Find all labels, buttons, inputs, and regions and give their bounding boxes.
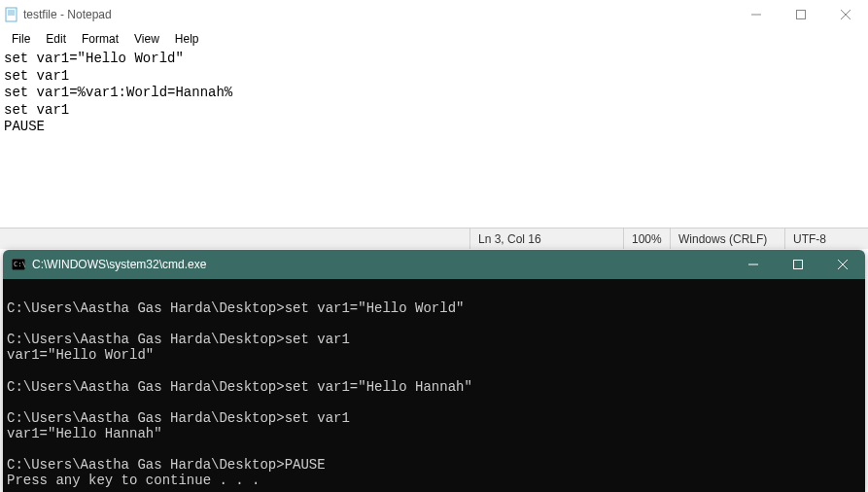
- maximize-button[interactable]: [779, 0, 823, 29]
- menu-format[interactable]: Format: [74, 30, 126, 48]
- cmd-title: C:\WINDOWS\system32\cmd.exe: [32, 258, 206, 271]
- status-zoom: 100%: [623, 228, 670, 249]
- menu-file[interactable]: File: [4, 30, 38, 48]
- cmd-output[interactable]: C:\Users\Aastha Gas Harda\Desktop>set va…: [3, 279, 865, 492]
- notepad-menubar: File Edit Format View Help: [0, 29, 868, 49]
- menu-help[interactable]: Help: [167, 30, 207, 48]
- cmd-window: C:\ C:\WINDOWS\system32\cmd.exe C:\Users…: [3, 250, 865, 492]
- maximize-icon: [796, 10, 806, 19]
- notepad-window: testfile - Notepad File Edit Format View…: [0, 0, 868, 249]
- cmd-titlebar[interactable]: C:\ C:\WINDOWS\system32\cmd.exe: [3, 250, 865, 279]
- status-line-ending: Windows (CRLF): [670, 228, 784, 249]
- menu-view[interactable]: View: [126, 30, 167, 48]
- status-spacer: [0, 228, 469, 249]
- minimize-button[interactable]: [734, 0, 779, 29]
- status-position: Ln 3, Col 16: [469, 228, 623, 249]
- menu-edit[interactable]: Edit: [38, 30, 74, 48]
- notepad-editor[interactable]: set var1="Hello World" set var1 set var1…: [0, 49, 868, 228]
- window-control-group: [734, 0, 868, 29]
- cmd-minimize-button[interactable]: [731, 250, 776, 279]
- status-encoding: UTF-8: [784, 228, 868, 249]
- notepad-titlebar[interactable]: testfile - Notepad: [0, 0, 868, 29]
- cmd-maximize-button[interactable]: [776, 250, 820, 279]
- cmd-maximize-icon: [793, 260, 803, 269]
- notepad-statusbar: Ln 3, Col 16 100% Windows (CRLF) UTF-8: [0, 228, 868, 249]
- notepad-title: testfile - Notepad: [23, 8, 112, 21]
- close-button[interactable]: [823, 0, 868, 29]
- notepad-icon: [4, 7, 19, 22]
- cmd-icon: C:\: [11, 257, 26, 272]
- svg-text:C:\: C:\: [14, 261, 25, 268]
- cmd-close-button[interactable]: [820, 250, 865, 279]
